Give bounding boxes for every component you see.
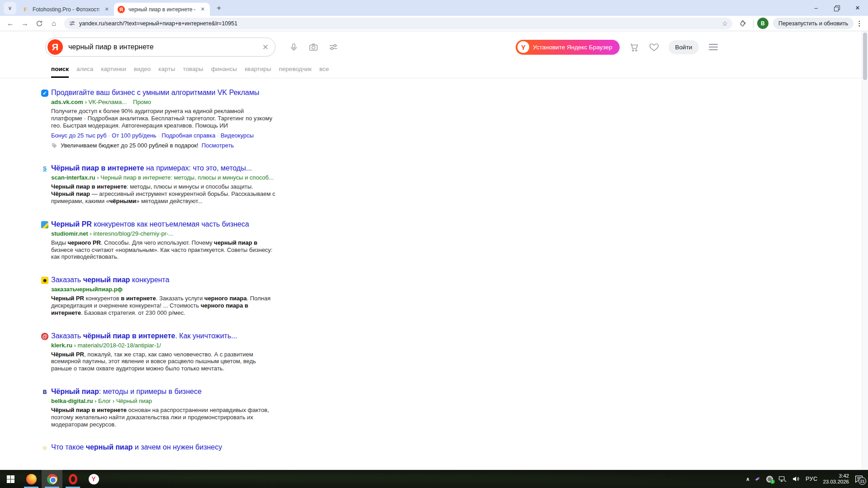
yandex-browser-logo: Y	[517, 41, 529, 53]
tab-close-icon[interactable]: ✕	[103, 6, 110, 13]
extensions-button[interactable]	[736, 17, 749, 30]
search-box[interactable]: Я ✕	[45, 38, 275, 57]
result-favicon-icon	[41, 221, 48, 228]
search-tools	[289, 42, 338, 52]
profile-avatar[interactable]: B	[757, 18, 768, 29]
sitelink[interactable]: От 100 руб/день	[112, 132, 157, 139]
taskbar-yandex-browser-button[interactable]	[83, 470, 104, 488]
back-icon: ←	[7, 19, 14, 28]
tab-close-icon[interactable]: ✕	[199, 6, 206, 13]
forward-button[interactable]: →	[18, 17, 32, 30]
close-icon: ✕	[855, 5, 860, 11]
browser-menu-button[interactable]: ⋮	[854, 17, 864, 30]
serp-nav-tab[interactable]: финансы	[211, 66, 237, 78]
puzzle-icon	[739, 20, 746, 27]
scrollbar-thumb[interactable]	[863, 33, 867, 80]
tray-app-icon[interactable]: 1	[766, 476, 773, 483]
result-title-link[interactable]: Черный PR конкурентов как неотъемлемая ч…	[51, 220, 283, 229]
tab-strip: ∨ FFotohosting.Pro - Фотохостинг✕Ячерный…	[0, 0, 868, 16]
search-input[interactable]	[68, 43, 262, 51]
sitelink[interactable]: Бонус до 25 тыс руб	[51, 132, 107, 139]
result-snippet: Черный пиар в интернете: методы, плюсы и…	[51, 183, 276, 204]
minimize-button[interactable]: –	[806, 0, 826, 16]
browser-tab[interactable]: Ячерный пиар в интернете — Я✕	[114, 3, 210, 16]
taskbar-firefox-button[interactable]	[21, 470, 42, 488]
tray-expand-icon[interactable]: ∧	[746, 476, 749, 482]
bookmark-star-icon[interactable]: ☆	[722, 20, 728, 27]
reload-button[interactable]	[33, 17, 46, 30]
url-text[interactable]: yandex.ru/search/?text=черный+пиар+в+инт…	[79, 20, 718, 27]
system-tray: ∧ ✒ 1 РУС 3:42 23.03.2026 21	[746, 470, 868, 488]
result-title-link[interactable]: Продвигайте ваш бизнес с умными алгоритм…	[51, 88, 283, 97]
clock-date: 23.03.2026	[823, 479, 849, 485]
microphone-icon[interactable]	[289, 43, 299, 52]
close-button[interactable]: ✕	[847, 0, 868, 16]
tab-title: черный пиар в интернете — Я	[128, 6, 195, 13]
result-favicon-icon: ☺	[41, 444, 48, 451]
result-title-link[interactable]: Заказать чёрный пиар в интернете. Как ун…	[51, 332, 283, 341]
serp-nav-tab[interactable]: все	[319, 66, 329, 78]
tab-search-button[interactable]: ∨	[4, 2, 16, 14]
result-title-link[interactable]: Заказать черный пиар конкурента	[51, 275, 283, 284]
promo-link[interactable]: Посмотреть	[201, 142, 234, 149]
image-search-icon[interactable]	[308, 42, 318, 52]
browser-tab[interactable]: FFotohosting.Pro - Фотохостинг✕	[18, 3, 114, 16]
volume-icon[interactable]	[792, 475, 800, 483]
browser-window: ∨ FFotohosting.Pro - Фотохостинг✕Ячерный…	[0, 0, 868, 488]
network-icon[interactable]	[778, 475, 787, 483]
pen-tray-icon[interactable]: ✒	[753, 474, 763, 484]
clock-time: 3:42	[823, 473, 849, 479]
taskbar-opera-button[interactable]	[62, 470, 83, 488]
search-settings-icon[interactable]	[328, 42, 338, 52]
result-domain: studiomir.net	[51, 230, 88, 237]
notification-center-button[interactable]: 21	[854, 475, 863, 483]
sitelink[interactable]: Видеокурсы	[221, 132, 254, 139]
language-indicator[interactable]: РУС	[806, 476, 818, 482]
new-tab-button[interactable]: +	[213, 2, 225, 14]
home-button[interactable]: ⌂	[47, 17, 61, 30]
taskbar-start-button[interactable]	[0, 470, 21, 488]
site-settings-icon	[69, 20, 76, 27]
taskbar-chrome-button[interactable]	[42, 470, 62, 488]
maximize-button[interactable]	[826, 0, 847, 16]
address-bar[interactable]: yandex.ru/search/?text=черный+пиар+в+инт…	[64, 18, 732, 29]
header-right: Y Установите Яндекс Браузер Войти	[516, 38, 718, 57]
search-result: ☺ Что такое черный пиар и зачем он нужен…	[51, 443, 283, 452]
serp-nav-tab[interactable]: алиса	[76, 66, 93, 78]
result-title-link[interactable]: Что такое черный пиар и зачем он нужен б…	[51, 443, 283, 452]
result-favicon-icon: B	[41, 389, 48, 396]
cart-icon[interactable]	[629, 42, 640, 52]
sitelink[interactable]: Подробная справка	[161, 132, 215, 139]
result-domain: заказатьчерныйпиар.рф	[51, 286, 123, 293]
login-button[interactable]: Войти	[669, 40, 699, 54]
result-url: заказатьчерныйпиар.рф	[51, 286, 283, 293]
favorites-heart-icon[interactable]	[649, 42, 659, 52]
install-yandex-browser-button[interactable]: Y Установите Яндекс Браузер	[516, 40, 620, 55]
relaunch-update-button[interactable]: Перезапустить и обновить	[773, 18, 854, 29]
yandex-logo[interactable]: Я	[47, 39, 63, 55]
result-title-link[interactable]: Чёрный пиар в интернете на примерах: что…	[51, 164, 283, 173]
result-url: belka-digital.ru › Блог › Чёрный пиар	[51, 398, 283, 405]
serp-nav-tab[interactable]: квартиры	[245, 66, 271, 78]
window-controls: – ✕	[806, 0, 868, 16]
serp-nav-tab[interactable]: картинки	[101, 66, 126, 78]
result-snippet: Черный PR конкурентов в интернете. Заказ…	[51, 295, 276, 316]
serp-nav-tab[interactable]: товары	[183, 66, 203, 78]
serp-nav-tab[interactable]: переводчик	[279, 66, 312, 78]
serp-nav-tab[interactable]: карты	[158, 66, 175, 78]
clock[interactable]: 3:42 23.03.2026	[823, 473, 849, 485]
result-sitelinks: Бонус до 25 тыс руб · От 100 руб/день · …	[51, 132, 283, 139]
sitelink-separator: ·	[215, 132, 221, 139]
serp-nav-tabs: поискалисакартинкивидеокартытоварыфинанс…	[51, 66, 868, 78]
result-domain: scan-interfax.ru	[51, 174, 95, 181]
back-button[interactable]: ←	[4, 17, 17, 30]
serp-nav-tab[interactable]: поиск	[51, 66, 69, 78]
result-favicon-icon: @	[41, 333, 48, 340]
result-title-link[interactable]: Чёрный пиар: методы и примеры в бизнесе	[51, 387, 283, 396]
hamburger-menu-icon[interactable]	[709, 44, 718, 50]
search-result: ☻ Заказать черный пиар конкурента заказа…	[51, 275, 283, 316]
page-scrollbar[interactable]	[862, 31, 868, 470]
result-path: › materials/2018-02-18/antipiar-1/	[72, 342, 161, 349]
serp-nav-tab[interactable]: видео	[134, 66, 151, 78]
clear-query-icon[interactable]: ✕	[262, 43, 269, 52]
